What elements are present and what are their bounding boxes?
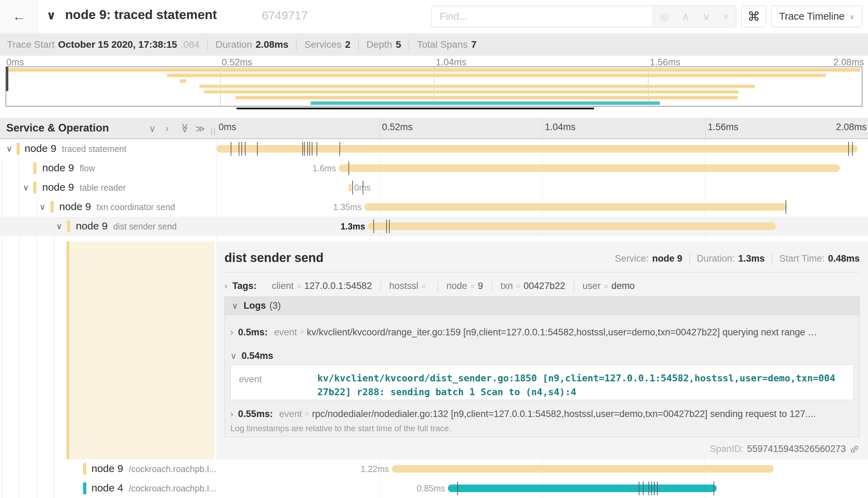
span-track[interactable] — [216, 139, 868, 159]
chevron-right-icon[interactable]: › — [230, 327, 233, 337]
span-track[interactable]: 1.6ms — [216, 159, 868, 178]
services-label: Services — [304, 39, 342, 50]
detail-gutter-color-bar — [67, 242, 69, 459]
chevron-down-icon[interactable]: ∨ — [39, 202, 46, 212]
trace-timeline-page: ← ∨ node 9: traced statement 6749717 ◎ ∧… — [0, 0, 868, 498]
log-entry-expanded-header[interactable]: ∨ 0.54ms — [230, 346, 854, 365]
log-marker-tick — [239, 142, 239, 156]
span-row-traced-statement[interactable]: ∨ node 9traced statement — [0, 139, 868, 159]
log-marker-tick — [348, 161, 349, 175]
equals-sign: = — [516, 282, 521, 291]
span-name-cell[interactable]: ∨ node 9table reader — [0, 178, 215, 197]
chevron-down-icon[interactable]: ∨ — [230, 351, 237, 361]
span-name-cell[interactable]: node 9flow — [0, 159, 215, 178]
log-field-value: rpc/nodedialer/nodedialer.go:132 [n9,cli… — [312, 409, 816, 419]
span-bar[interactable] — [448, 485, 717, 492]
detail-divider — [224, 272, 860, 272]
span-track[interactable]: 1.35ms — [216, 197, 868, 217]
service-color-bar — [83, 463, 86, 475]
tags-row[interactable]: › Tags: client=127.0.0.1:54582 hostssl= … — [224, 279, 860, 293]
span-duration-label: 0.85ms — [417, 483, 445, 494]
total-spans-label: Total Spans — [417, 39, 468, 50]
span-name-cell[interactable]: ∨ node 9traced statement — [0, 139, 215, 159]
service-name[interactable]: node 9/cockroach.roachpb.I... — [91, 463, 216, 474]
service-name[interactable]: node 9txn coordinator send — [59, 201, 175, 212]
service-label: node 4 — [91, 482, 123, 494]
trace-depth: Depth 5 — [359, 39, 409, 50]
keyboard-shortcuts-button[interactable]: ⌘ — [741, 6, 766, 27]
span-row-roachpb-node4[interactable]: node 4/cockroach.roachpb.I... 0.85ms — [0, 479, 868, 498]
prev-result-icon[interactable]: ∧ — [682, 10, 690, 22]
expand-one-icon[interactable]: › — [166, 123, 169, 134]
service-name[interactable]: node 9flow — [42, 162, 95, 174]
back-button[interactable]: ← — [0, 0, 38, 33]
depth-value: 5 — [396, 39, 401, 50]
log-entry-collapsed[interactable]: › 0.55ms: event = rpc/nodedialer/nodedia… — [230, 404, 854, 424]
span-row-txn-coordinator-send[interactable]: ∨ node 9txn coordinator send 1.35ms — [0, 197, 868, 217]
span-row-table-reader[interactable]: ∨ node 9table reader 0ms — [0, 178, 868, 197]
log-marker-tick — [714, 481, 714, 495]
equals-sign: = — [305, 409, 309, 418]
service-label: node 9 — [91, 463, 123, 474]
minimap-span-bar — [236, 96, 738, 99]
log-entry-collapsed[interactable]: › 0.5ms: event = kv/kvclient/kvcoord/ran… — [230, 323, 854, 342]
logs-header[interactable]: ∨ Logs (3) — [225, 297, 859, 315]
span-bar[interactable] — [364, 203, 787, 211]
log-marker-tick — [352, 181, 353, 194]
span-track[interactable]: 1.22ms — [216, 459, 868, 479]
chevron-down-icon[interactable]: ∨ — [6, 144, 12, 154]
trace-view-dropdown[interactable]: Trace Timeline ∨ — [771, 6, 862, 27]
minimap-scrubber-handle[interactable] — [6, 67, 8, 91]
find-input[interactable] — [432, 6, 653, 27]
logs-footnote: Log timestamps are relative to the start… — [230, 424, 451, 433]
log-event-key: event — [231, 365, 317, 400]
service-color-bar — [83, 482, 86, 494]
minimap-viewport-indicator[interactable] — [237, 108, 594, 109]
span-row-flow[interactable]: node 9flow 1.6ms — [0, 159, 868, 178]
expand-all-icon[interactable]: ≫ — [195, 123, 205, 134]
span-track[interactable]: 0ms — [216, 178, 868, 197]
service-name[interactable]: node 4/cockroach.roachpb.I... — [91, 482, 216, 494]
service-label: node 9 — [76, 220, 108, 232]
tag-value: 127.0.0.1:54582 — [304, 281, 372, 291]
logs-section: ∨ Logs (3) › 0.5ms: event = kv/kvclient/… — [224, 297, 860, 437]
minimap-canvas[interactable] — [6, 66, 862, 107]
log-marker-tick — [786, 200, 786, 214]
service-name[interactable]: node 9table reader — [42, 181, 126, 193]
chevron-down-icon[interactable]: ∨ — [56, 221, 62, 231]
span-bar[interactable] — [368, 223, 776, 230]
chevron-down-icon[interactable]: ∨ — [23, 183, 29, 192]
span-track[interactable]: 0.85ms — [216, 479, 868, 498]
next-result-icon[interactable]: ∨ — [702, 10, 710, 22]
span-name-cell[interactable]: node 9/cockroach.roachpb.I... — [0, 459, 215, 479]
collapse-all-icon[interactable]: ≫ — [179, 123, 191, 133]
chevron-right-icon[interactable]: › — [224, 281, 228, 291]
span-row-dist-sender-send[interactable]: ∨ node 9dist sender send 1.3ms — [0, 217, 868, 236]
span-name-cell[interactable]: ∨ node 9dist sender send — [0, 217, 215, 236]
span-name-cell[interactable]: ∨ node 9txn coordinator send — [0, 197, 215, 217]
service-name[interactable]: node 9dist sender send — [76, 220, 177, 232]
clear-search-icon[interactable]: × — [723, 11, 729, 22]
detail-stats: Service: node 9 Duration: 1.3ms Start Ti… — [608, 253, 860, 264]
detail-gutter — [69, 242, 215, 459]
match-focus-icon[interactable]: ◎ — [660, 10, 669, 22]
span-bar[interactable] — [349, 184, 352, 191]
span-track[interactable]: 1.3ms — [216, 217, 868, 236]
deep-link-icon[interactable] — [849, 444, 860, 454]
service-label: node 9 — [25, 143, 56, 154]
trace-minimap[interactable]: 0ms 0.52ms 1.04ms 1.56ms 2.08ms — [0, 56, 868, 118]
span-bar[interactable] — [392, 465, 774, 473]
service-name[interactable]: node 9traced statement — [25, 143, 126, 154]
span-bar[interactable] — [339, 164, 840, 172]
span-row-roachpb-node9[interactable]: node 9/cockroach.roachpb.I... 1.22ms — [0, 459, 868, 479]
span-name-cell[interactable]: node 4/cockroach.roachpb.I... — [0, 479, 215, 498]
trace-services: Services 2 — [297, 39, 359, 50]
log-marker-tick — [304, 142, 305, 156]
operation-label: dist sender send — [113, 221, 177, 231]
span-bar[interactable] — [216, 145, 858, 153]
collapse-one-icon[interactable]: ∨ — [149, 123, 156, 134]
panel-splitter-handle[interactable]: || — [211, 126, 216, 136]
title-chevron-down-icon[interactable]: ∨ — [46, 8, 56, 22]
ruler-label-3: 1.56ms — [708, 122, 738, 133]
chevron-right-icon[interactable]: › — [230, 409, 233, 419]
